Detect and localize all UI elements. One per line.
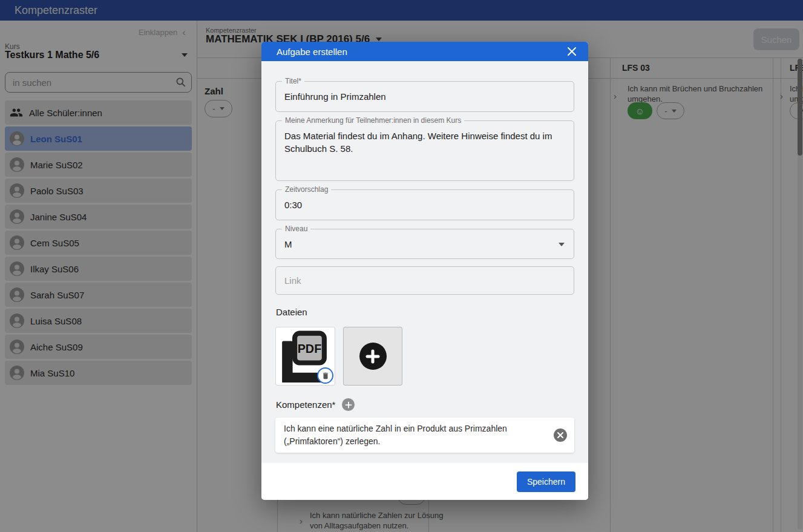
plus-icon: [345, 401, 352, 409]
title-field-label: Titel*: [282, 77, 304, 85]
plus-circle: [359, 343, 387, 370]
time-field-label: Zeitvorschlag: [282, 185, 331, 194]
note-field-label: Meine Anmerkung für Teilnehmer:innen in …: [282, 116, 464, 125]
add-file-button[interactable]: [343, 327, 402, 386]
dialog-title: Aufgabe erstellen: [277, 47, 347, 57]
create-task-dialog: Aufgabe erstellen Titel* Einführung in P…: [261, 42, 588, 500]
competences-section: Kompetenzen*: [276, 398, 355, 411]
delete-file-button[interactable]: [317, 367, 333, 384]
link-input[interactable]: [276, 267, 574, 294]
level-select-label: Niveau: [282, 225, 310, 233]
competence-chip-text: Ich kann eine natürliche Zahl in ein Pro…: [284, 422, 546, 448]
link-field: [275, 266, 574, 295]
save-button[interactable]: Speichern: [517, 471, 575, 492]
trash-icon: [321, 372, 330, 380]
plus-icon: [365, 349, 380, 364]
attached-file-pdf[interactable]: PDF: [275, 327, 335, 386]
add-competence-button[interactable]: [342, 398, 355, 411]
competence-chip: Ich kann eine natürliche Zahl in ein Pro…: [275, 418, 574, 453]
svg-text:PDF: PDF: [298, 342, 322, 355]
time-field[interactable]: Zeitvorschlag 0:30: [275, 189, 574, 220]
competences-label: Kompetenzen*: [276, 399, 335, 410]
files-section-label: Dateien: [276, 307, 307, 317]
title-field[interactable]: Titel* Einführung in Primzahlen: [275, 81, 574, 112]
close-icon: [567, 47, 577, 56]
remove-competence-button[interactable]: [554, 429, 567, 442]
close-button[interactable]: [565, 45, 578, 58]
chevron-down-icon: [559, 243, 565, 246]
app-window: Kompetenzraster Einklappen ‹ Kurs Testku…: [0, 0, 803, 532]
level-select[interactable]: Niveau M: [275, 229, 574, 259]
dialog-footer: Speichern: [261, 463, 588, 500]
note-field-value[interactable]: Das Material findest du im Anhang. Weite…: [276, 121, 574, 180]
level-select-value: M: [276, 229, 574, 249]
title-field-value[interactable]: Einführung in Primzahlen: [276, 82, 574, 102]
note-field[interactable]: Meine Anmerkung für Teilnehmer:innen in …: [275, 120, 574, 181]
dialog-header: Aufgabe erstellen: [261, 42, 588, 61]
remove-circle-icon: [554, 429, 567, 442]
